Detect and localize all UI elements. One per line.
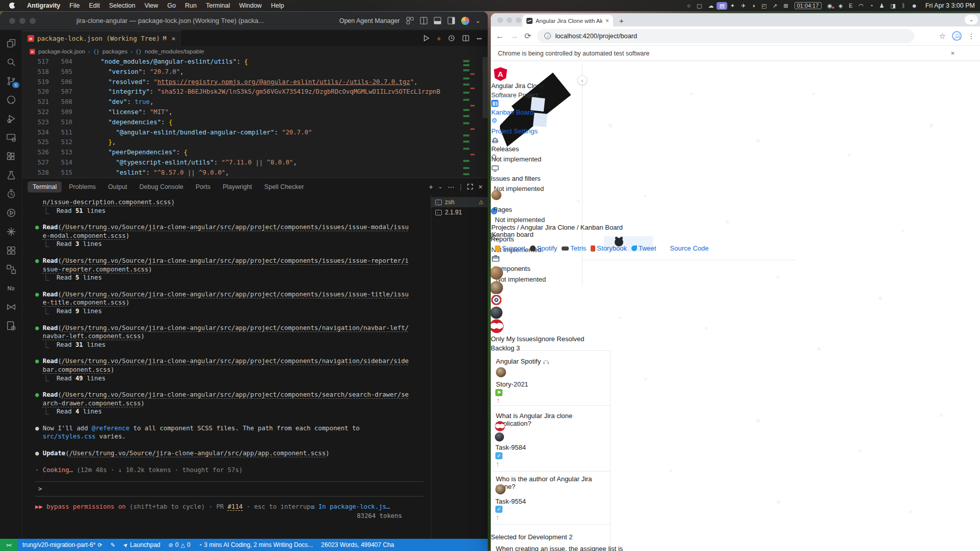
status-icon[interactable]: ◨ [887,3,898,9]
avatar[interactable] [491,281,503,294]
assignee-avatar[interactable] [495,484,506,494]
run-file-icon[interactable] [422,35,430,42]
settings-file-icon[interactable] [3,317,20,335]
recording-timer[interactable]: 01:04:17 [794,2,822,9]
blocks-icon[interactable] [3,242,20,259]
link-tweet[interactable]: Tweet [631,244,656,252]
collapse-sidebar-button[interactable]: ‹ [577,75,587,85]
avatar[interactable] [491,307,502,319]
close-tab-icon[interactable]: × [171,35,175,42]
nav-project-settings[interactable]: Project Settings [491,127,538,135]
card-title[interactable]: When creating an issue, the assignee lis… [496,545,623,551]
status-icon[interactable]: ♟ [876,3,887,9]
status-icon[interactable]: ◔ [867,3,877,9]
panel-tab[interactable]: Debug Console [135,181,189,192]
problems-item[interactable]: ⊘0 △0 [169,541,191,548]
panel-tab[interactable]: Output [103,181,133,192]
nav-issues-filters[interactable]: Issues and filters [491,175,541,182]
notebook-icon[interactable]: N≥ [3,280,20,297]
media-play-icon[interactable] [3,204,20,222]
launchpad-item[interactable]: ➤ Launchpad [123,541,161,548]
card-title[interactable]: What is Angular Jira clone application? [496,412,608,427]
panel-tab[interactable]: Spell Checker [259,181,309,192]
nav-pages[interactable]: Pages [493,206,512,213]
status-icon[interactable]: ᛒ [899,3,909,9]
status-icon[interactable]: ✈ [738,3,749,9]
forward-button[interactable]: → [510,32,518,41]
zoom-traffic-light[interactable] [516,17,521,23]
split-editor-icon[interactable] [420,17,428,24]
new-tab-button[interactable]: + [619,16,624,25]
ai-time-item[interactable]: ◔ 3 mins AI Coding, 2 mins Writing Docs.… [199,541,313,548]
terminal-output[interactable]: n/issue-description.component.scss) ⎿ Re… [22,195,431,539]
only-my-issues-button[interactable]: Only My Issues [491,335,536,343]
menubar-item[interactable]: Terminal [201,2,234,9]
status-icon[interactable]: ☻ [908,3,920,9]
status-icon[interactable]: ◈ [835,3,845,9]
nav-reports[interactable]: Reports [491,235,514,243]
status-icon[interactable]: ◠ [856,3,867,9]
source-control-icon[interactable]: 6 [3,72,20,90]
minimize-traffic-light[interactable] [19,18,25,24]
bookmark-star-icon[interactable]: ☆ [939,32,946,41]
layout-grid-icon[interactable] [406,17,414,24]
tab-search-chevron[interactable]: ⌄ [965,15,978,24]
terminal-list-item[interactable]: >_ 2.1.91 [431,207,488,217]
status-icon[interactable]: ➚ [770,3,780,9]
link-storybook[interactable]: Storybook [591,244,627,252]
status-icon[interactable]: ▤ [717,2,727,10]
profile-avatar[interactable] [461,17,469,25]
panel-tab[interactable]: Ports [191,181,216,192]
menubar-item[interactable]: Selection [104,2,140,9]
search-icon[interactable] [3,53,20,71]
status-icon[interactable]: ◑ [749,3,758,9]
link-tetris[interactable]: Tetris [562,244,586,252]
gemini-burst-icon[interactable] [3,223,20,240]
reload-button[interactable]: ⟳ [524,31,531,41]
maximize-panel-icon[interactable] [467,183,473,190]
apple-icon[interactable] [9,3,15,9]
menubar-clock[interactable]: Fri Apr 3 3:00 PM [920,2,975,9]
menubar-app-name[interactable]: Antigravity [22,2,65,9]
status-icon[interactable]: ☁ [705,3,717,9]
tab-package-lock[interactable]: n package-lock.json (Working Tree) M × [22,31,181,46]
run-debug-icon[interactable] [3,110,20,127]
close-infobar-icon[interactable]: × [950,49,955,57]
open-agent-manager-button[interactable]: Open Agent Manager [339,17,400,24]
ignore-resolved-button[interactable]: Ignore Resolved [536,335,585,343]
status-icon[interactable]: ⊞ [781,3,791,9]
link-support[interactable]: Support [495,244,525,252]
new-terminal-icon[interactable]: + [429,183,433,191]
remote-indicator[interactable]: >< [0,539,17,551]
panel-tab[interactable]: Problems [64,181,101,192]
split-editor-icon[interactable] [462,35,469,42]
agent-burst-icon[interactable]: ✳ [437,34,441,42]
sidebar-layout-icon[interactable] [447,17,455,24]
status-icon[interactable]: ◰ [758,3,770,9]
close-traffic-light[interactable] [497,17,503,23]
github-icon[interactable] [3,91,20,108]
profile-icon[interactable] [952,31,962,41]
zoom-traffic-light[interactable] [30,18,36,24]
assignee-avatar[interactable] [496,367,506,377]
extensions-icon[interactable] [3,148,20,165]
status-icon[interactable]: ◉ [825,3,836,9]
terminal-dropdown-icon[interactable]: ⌄ [438,184,442,189]
address-bar[interactable]: i localhost:4200/project/board [537,29,914,43]
close-tab-icon[interactable]: × [605,17,609,24]
card-title[interactable]: Angular Spotify [496,357,549,365]
word-count-item[interactable]: 26023 Words, 499407 Cha [321,541,394,548]
explorer-icon[interactable] [3,35,20,52]
menubar-item[interactable]: Window [234,2,266,9]
panel-tab[interactable]: Terminal [28,181,62,192]
testing-icon[interactable] [3,167,20,184]
code-editor[interactable]: 517 504 "node_modules/@angular-eslint/ut… [22,57,488,178]
avatar-captain[interactable]: ★ [491,294,502,306]
browser-menu-icon[interactable]: ⋮ [968,32,975,40]
status-icon[interactable]: ✦ [727,3,738,9]
workflow-icon[interactable] [3,261,20,278]
panel-tab[interactable]: Playwright [218,181,257,192]
timer-icon[interactable] [3,185,20,203]
status-icon[interactable]: ○ [684,3,694,9]
assignee-avatar[interactable] [495,421,505,431]
